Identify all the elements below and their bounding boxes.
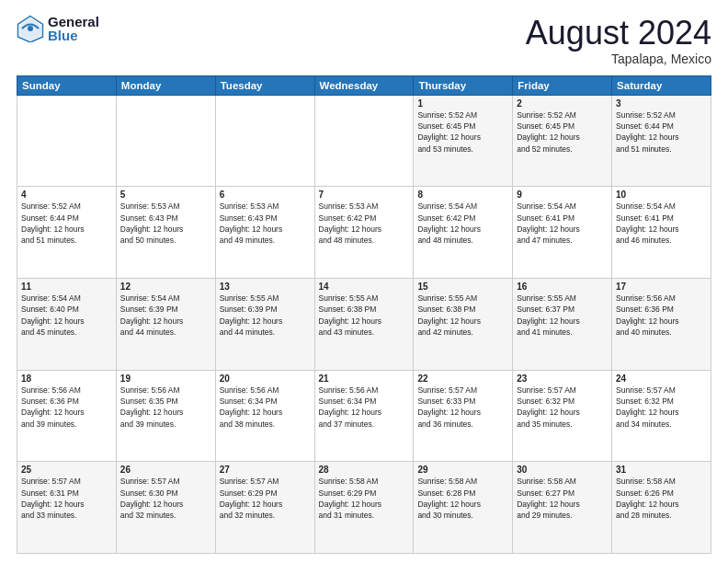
day-cell: 23Sunrise: 5:57 AM Sunset: 6:32 PM Dayli… [513, 370, 612, 462]
day-cell: 24Sunrise: 5:57 AM Sunset: 6:32 PM Dayli… [612, 370, 711, 462]
day-number: 12 [120, 282, 211, 292]
day-number: 16 [517, 282, 608, 292]
location: Tapalapa, Mexico [526, 52, 711, 66]
day-info: Sunrise: 5:57 AM Sunset: 6:29 PM Dayligh… [220, 476, 311, 521]
day-cell: 12Sunrise: 5:54 AM Sunset: 6:39 PM Dayli… [116, 278, 215, 370]
day-cell: 11Sunrise: 5:54 AM Sunset: 6:40 PM Dayli… [17, 278, 117, 370]
day-cell: 6Sunrise: 5:53 AM Sunset: 6:43 PM Daylig… [215, 187, 314, 279]
day-number: 18 [21, 373, 112, 384]
day-number: 1 [417, 98, 508, 109]
day-number: 11 [21, 282, 112, 292]
day-number: 13 [220, 282, 311, 292]
day-number: 9 [517, 190, 608, 200]
day-cell: 15Sunrise: 5:55 AM Sunset: 6:38 PM Dayli… [414, 278, 513, 370]
day-number: 4 [21, 190, 112, 200]
header-thursday: Thursday [414, 75, 513, 95]
header-wednesday: Wednesday [314, 75, 414, 95]
day-cell: 14Sunrise: 5:55 AM Sunset: 6:38 PM Dayli… [314, 278, 414, 370]
day-number: 23 [517, 373, 608, 384]
day-info: Sunrise: 5:54 AM Sunset: 6:41 PM Dayligh… [517, 201, 608, 246]
day-cell: 7Sunrise: 5:53 AM Sunset: 6:42 PM Daylig… [314, 187, 414, 279]
header-sunday: Sunday [17, 75, 117, 95]
week-row-2: 4Sunrise: 5:52 AM Sunset: 6:44 PM Daylig… [17, 187, 711, 279]
day-info: Sunrise: 5:55 AM Sunset: 6:38 PM Dayligh… [417, 293, 508, 338]
day-cell: 9Sunrise: 5:54 AM Sunset: 6:41 PM Daylig… [513, 187, 612, 279]
day-number: 30 [517, 465, 608, 475]
day-info: Sunrise: 5:56 AM Sunset: 6:34 PM Dayligh… [319, 385, 410, 430]
day-cell: 8Sunrise: 5:54 AM Sunset: 6:42 PM Daylig… [414, 187, 513, 279]
month-title: August 2024 [526, 15, 711, 52]
day-info: Sunrise: 5:54 AM Sunset: 6:42 PM Dayligh… [417, 201, 508, 246]
day-number: 26 [120, 465, 211, 475]
day-cell: 28Sunrise: 5:58 AM Sunset: 6:29 PM Dayli… [314, 462, 414, 554]
day-number: 21 [319, 373, 410, 384]
day-info: Sunrise: 5:56 AM Sunset: 6:36 PM Dayligh… [616, 293, 707, 338]
day-cell: 16Sunrise: 5:55 AM Sunset: 6:37 PM Dayli… [513, 278, 612, 370]
day-number: 8 [417, 190, 508, 200]
day-cell: 4Sunrise: 5:52 AM Sunset: 6:44 PM Daylig… [17, 187, 117, 279]
day-info: Sunrise: 5:57 AM Sunset: 6:30 PM Dayligh… [120, 476, 211, 521]
day-cell: 31Sunrise: 5:58 AM Sunset: 6:26 PM Dayli… [612, 462, 711, 554]
day-cell: 26Sunrise: 5:57 AM Sunset: 6:30 PM Dayli… [116, 462, 215, 554]
day-info: Sunrise: 5:54 AM Sunset: 6:41 PM Dayligh… [616, 201, 707, 246]
logo-general-text: General [48, 15, 99, 29]
day-number: 15 [417, 282, 508, 292]
header-friday: Friday [513, 75, 612, 95]
day-cell: 1Sunrise: 5:52 AM Sunset: 6:45 PM Daylig… [414, 95, 513, 187]
day-info: Sunrise: 5:53 AM Sunset: 6:43 PM Dayligh… [120, 201, 211, 246]
day-info: Sunrise: 5:54 AM Sunset: 6:40 PM Dayligh… [21, 293, 112, 338]
day-info: Sunrise: 5:57 AM Sunset: 6:33 PM Dayligh… [417, 385, 508, 430]
day-cell: 17Sunrise: 5:56 AM Sunset: 6:36 PM Dayli… [612, 278, 711, 370]
day-info: Sunrise: 5:58 AM Sunset: 6:27 PM Dayligh… [517, 476, 608, 521]
day-cell: 19Sunrise: 5:56 AM Sunset: 6:35 PM Dayli… [116, 370, 215, 462]
logo: General Blue [17, 15, 99, 42]
header-saturday: Saturday [612, 75, 711, 95]
day-info: Sunrise: 5:56 AM Sunset: 6:34 PM Dayligh… [220, 385, 311, 430]
day-number: 2 [517, 98, 608, 109]
day-number: 20 [220, 373, 311, 384]
day-number: 7 [319, 190, 410, 200]
day-info: Sunrise: 5:55 AM Sunset: 6:37 PM Dayligh… [517, 293, 608, 338]
header: General Blue August 2024 Tapalapa, Mexic… [17, 15, 711, 66]
header-tuesday: Tuesday [215, 75, 314, 95]
calendar-table: Sunday Monday Tuesday Wednesday Thursday… [17, 75, 711, 554]
day-cell: 13Sunrise: 5:55 AM Sunset: 6:39 PM Dayli… [215, 278, 314, 370]
day-info: Sunrise: 5:55 AM Sunset: 6:38 PM Dayligh… [319, 293, 410, 338]
week-row-4: 18Sunrise: 5:56 AM Sunset: 6:36 PM Dayli… [17, 370, 711, 462]
day-cell: 30Sunrise: 5:58 AM Sunset: 6:27 PM Dayli… [513, 462, 612, 554]
day-cell [314, 95, 414, 187]
day-info: Sunrise: 5:52 AM Sunset: 6:45 PM Dayligh… [517, 109, 608, 155]
day-cell: 2Sunrise: 5:52 AM Sunset: 6:45 PM Daylig… [513, 95, 612, 187]
day-cell: 10Sunrise: 5:54 AM Sunset: 6:41 PM Dayli… [612, 187, 711, 279]
day-info: Sunrise: 5:58 AM Sunset: 6:29 PM Dayligh… [319, 476, 410, 521]
day-number: 27 [220, 465, 311, 475]
day-number: 10 [616, 190, 707, 200]
day-number: 29 [417, 465, 508, 475]
day-cell: 21Sunrise: 5:56 AM Sunset: 6:34 PM Dayli… [314, 370, 414, 462]
day-cell: 25Sunrise: 5:57 AM Sunset: 6:31 PM Dayli… [17, 462, 117, 554]
day-number: 25 [21, 465, 112, 475]
day-cell: 27Sunrise: 5:57 AM Sunset: 6:29 PM Dayli… [215, 462, 314, 554]
calendar-page: General Blue August 2024 Tapalapa, Mexic… [0, 0, 728, 563]
day-cell [116, 95, 215, 187]
day-info: Sunrise: 5:52 AM Sunset: 6:44 PM Dayligh… [616, 109, 707, 155]
day-cell: 5Sunrise: 5:53 AM Sunset: 6:43 PM Daylig… [116, 187, 215, 279]
day-info: Sunrise: 5:52 AM Sunset: 6:45 PM Dayligh… [417, 109, 508, 155]
day-number: 19 [120, 373, 211, 384]
week-row-3: 11Sunrise: 5:54 AM Sunset: 6:40 PM Dayli… [17, 278, 711, 370]
day-cell: 22Sunrise: 5:57 AM Sunset: 6:33 PM Dayli… [414, 370, 513, 462]
day-info: Sunrise: 5:53 AM Sunset: 6:42 PM Dayligh… [319, 201, 410, 246]
day-number: 24 [616, 373, 707, 384]
day-info: Sunrise: 5:54 AM Sunset: 6:39 PM Dayligh… [120, 293, 211, 338]
day-number: 6 [220, 190, 311, 200]
day-number: 17 [616, 282, 707, 292]
week-row-5: 25Sunrise: 5:57 AM Sunset: 6:31 PM Dayli… [17, 462, 711, 554]
day-cell [215, 95, 314, 187]
day-info: Sunrise: 5:58 AM Sunset: 6:26 PM Dayligh… [616, 476, 707, 521]
day-info: Sunrise: 5:52 AM Sunset: 6:44 PM Dayligh… [21, 201, 112, 246]
day-number: 5 [120, 190, 211, 200]
day-number: 31 [616, 465, 707, 475]
week-row-1: 1Sunrise: 5:52 AM Sunset: 6:45 PM Daylig… [17, 95, 711, 187]
day-info: Sunrise: 5:57 AM Sunset: 6:32 PM Dayligh… [517, 385, 608, 430]
day-info: Sunrise: 5:55 AM Sunset: 6:39 PM Dayligh… [220, 293, 311, 338]
